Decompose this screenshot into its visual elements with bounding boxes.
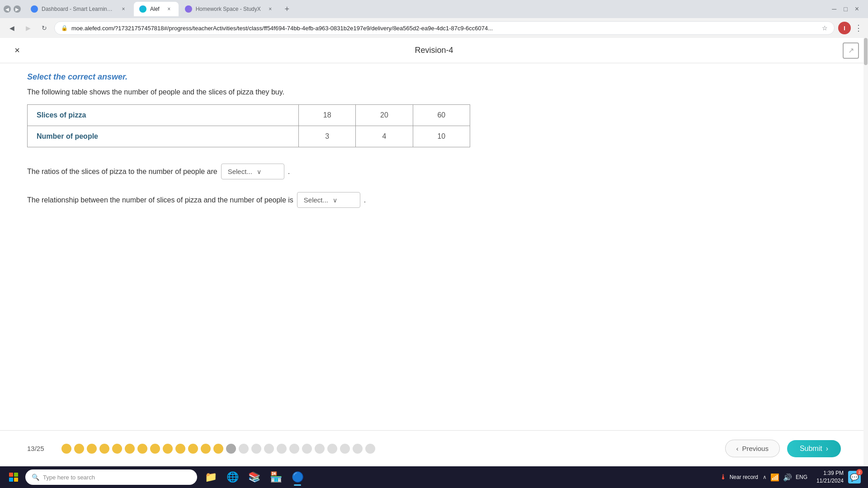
submit-arrow-icon: ›	[826, 445, 828, 453]
maximize-button[interactable]: □	[844, 5, 847, 13]
progress-dot-7[interactable]	[137, 444, 147, 454]
submit-button-label: Submit	[800, 445, 822, 453]
url-field[interactable]: 🔒 moe.alefed.com/?17321757457818#/progre…	[54, 21, 835, 35]
progress-dot-10[interactable]	[175, 444, 185, 454]
expand-button[interactable]: ↗	[843, 42, 859, 59]
clock-time: 1:39 PM	[812, 469, 844, 477]
tab-label-homework: Homework Space - StudyX	[196, 6, 261, 12]
bookmark-icon[interactable]: ☆	[822, 24, 828, 32]
taskbar-app-explorer[interactable]: 📁	[201, 467, 221, 487]
taskbar-app-chrome[interactable]: 🔵	[288, 467, 307, 487]
progress-dot-8[interactable]	[150, 444, 160, 454]
browser-menu-button[interactable]: ⋮	[854, 23, 863, 33]
submit-button[interactable]: Submit ›	[787, 440, 841, 457]
progress-dot-12[interactable]	[201, 444, 211, 454]
expand-icon: ↗	[848, 46, 854, 55]
progress-dot-24[interactable]	[353, 444, 363, 454]
progress-dot-15[interactable]	[239, 444, 249, 454]
question-line-1: The ratios of the slices of pizza to the…	[27, 164, 841, 179]
taskbar-app-book[interactable]: 📚	[244, 467, 264, 487]
pizza-table: Slices of pizza 18 20 60 Number of peopl…	[27, 104, 470, 147]
progress-dot-11[interactable]	[188, 444, 198, 454]
tab-close-homework[interactable]: ×	[266, 5, 274, 13]
taskbar-search-icon: 🔍	[32, 474, 39, 481]
near-record-widget[interactable]: 🌡 Near record	[720, 473, 758, 481]
tab-label-alef: Alef	[150, 6, 160, 12]
start-button[interactable]	[4, 467, 24, 487]
tab-forward-button[interactable]: ▶	[14, 5, 21, 13]
ratio-select-label: Select...	[228, 168, 252, 175]
url-text: moe.alefed.com/?17321757457818#/progress…	[71, 25, 815, 32]
people-v3: 10	[413, 126, 470, 147]
chevron-up-icon[interactable]: ∧	[763, 474, 767, 480]
tab-homework[interactable]: Homework Space - StudyX ×	[179, 2, 280, 16]
lang-label[interactable]: ENG	[796, 474, 807, 480]
taskbar-app-edge[interactable]: 🌐	[222, 467, 242, 487]
app-close-button[interactable]: ×	[9, 42, 25, 59]
tab-close-dashboard[interactable]: ×	[119, 5, 127, 13]
tab-left-controls: ◀ ▶	[4, 5, 21, 13]
new-tab-button[interactable]: +	[281, 3, 293, 15]
window-controls: ─ □ ×	[832, 5, 864, 13]
progress-dot-23[interactable]	[340, 444, 350, 454]
line1-after-text: .	[288, 168, 290, 176]
reload-button[interactable]: ↻	[38, 22, 51, 34]
system-clock[interactable]: 1:39 PM 11/21/2024	[812, 469, 844, 485]
progress-dot-9[interactable]	[163, 444, 173, 454]
relationship-dropdown-chevron-icon: ∨	[333, 197, 337, 204]
progress-dot-18[interactable]	[277, 444, 287, 454]
taskbar-search-bar[interactable]: 🔍 Type here to search	[25, 469, 197, 485]
tab-icon-homework	[185, 5, 192, 13]
scroll-thumb[interactable]	[864, 38, 868, 65]
taskbar-app-store[interactable]: 🏪	[266, 467, 286, 487]
ratio-select-dropdown[interactable]: Select... ∨	[221, 164, 284, 179]
tab-alef[interactable]: Alef ×	[134, 2, 179, 16]
progress-dots	[61, 444, 718, 454]
line2-before-text: The relationship between the number of s…	[27, 196, 293, 204]
app-area: × Revision-4 ↗ Select the correct answer…	[0, 38, 868, 466]
progress-dot-20[interactable]	[302, 444, 312, 454]
progress-dot-4[interactable]	[99, 444, 109, 454]
progress-dot-13[interactable]	[213, 444, 223, 454]
tab-back-button[interactable]: ◀	[4, 5, 11, 13]
progress-dot-5[interactable]	[112, 444, 122, 454]
notification-badge: 2	[856, 469, 863, 475]
taskbar-apps: 📁 🌐 📚 🏪 🔵	[201, 467, 307, 487]
progress-dot-3[interactable]	[87, 444, 97, 454]
volume-icon[interactable]: 🔊	[783, 473, 792, 482]
back-button[interactable]: ◀	[5, 22, 18, 34]
close-button[interactable]: ×	[855, 5, 859, 13]
taskbar-right: 🌡 Near record ∧ 📶 🔊 ENG 1:39 PM 11/21/20…	[720, 469, 864, 485]
progress-dot-1[interactable]	[61, 444, 71, 454]
tab-close-alef[interactable]: ×	[165, 5, 173, 13]
wifi-icon[interactable]: 📶	[770, 473, 779, 482]
progress-dot-22[interactable]	[327, 444, 337, 454]
progress-dot-14[interactable]	[226, 444, 236, 454]
people-label: Number of people	[28, 126, 299, 147]
file-explorer-icon: 📁	[205, 471, 217, 483]
progress-dot-21[interactable]	[315, 444, 325, 454]
progress-dot-6[interactable]	[125, 444, 135, 454]
taskbar-search-placeholder: Type here to search	[43, 474, 95, 481]
tab-dashboard[interactable]: Dashboard - Smart Learning Ga ×	[25, 2, 133, 16]
progress-dot-2[interactable]	[74, 444, 84, 454]
forward-button[interactable]: ▶	[22, 22, 34, 34]
line2-after-text: .	[364, 196, 366, 204]
book-icon: 📚	[248, 471, 260, 483]
thermometer-icon: 🌡	[720, 473, 727, 481]
previous-button[interactable]: ‹ Previous	[725, 440, 780, 457]
notification-button[interactable]: 💬 2	[848, 471, 861, 483]
user-avatar[interactable]: I	[838, 22, 851, 34]
progress-dot-25[interactable]	[365, 444, 375, 454]
tab-label-dashboard: Dashboard - Smart Learning Ga	[42, 6, 114, 12]
progress-dot-19[interactable]	[289, 444, 299, 454]
table-row: Number of people 3 4 10	[28, 126, 470, 147]
minimize-button[interactable]: ─	[832, 5, 836, 13]
ratio-dropdown-chevron-icon: ∨	[257, 168, 261, 175]
question-description: The following table shows the number of …	[27, 88, 841, 96]
relationship-select-dropdown[interactable]: Select... ∨	[297, 192, 360, 208]
slices-v1: 18	[299, 105, 356, 126]
progress-dot-17[interactable]	[264, 444, 274, 454]
table-row: Slices of pizza 18 20 60	[28, 105, 470, 126]
progress-dot-16[interactable]	[251, 444, 261, 454]
